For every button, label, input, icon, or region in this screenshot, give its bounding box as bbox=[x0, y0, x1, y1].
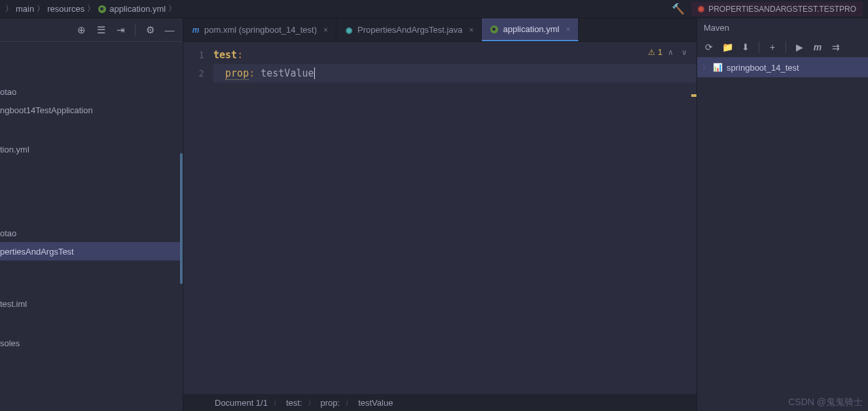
maven-module-icon: 📊 bbox=[713, 63, 723, 72]
close-icon[interactable]: × bbox=[323, 26, 328, 35]
project-tree: otao ngboot14TestApplication tion.yml ot… bbox=[0, 42, 183, 411]
text-cursor bbox=[314, 67, 315, 79]
top-right-controls: 🔨 PROPERTIESANDARGSTEST.TESTPRO bbox=[672, 2, 863, 16]
locate-icon[interactable]: ⊕ bbox=[73, 22, 89, 38]
tree-item[interactable]: soles bbox=[0, 334, 183, 352]
folder-icon[interactable]: 📁 bbox=[719, 39, 735, 55]
divider bbox=[759, 41, 759, 53]
run-config-label: PROPERTIESANDARGSTEST.TESTPRO bbox=[708, 5, 856, 14]
path-segment[interactable]: test: bbox=[286, 398, 302, 408]
tree-item[interactable]: test.iml bbox=[0, 295, 183, 313]
scrollbar[interactable] bbox=[180, 153, 183, 284]
chevron-icon: 〉 bbox=[168, 3, 176, 14]
breadcrumb-item[interactable]: application.yml bbox=[109, 4, 166, 14]
code-line-current: prop: testValue bbox=[213, 64, 696, 82]
editor-tabs: m pom.xml (springboot_14_test) × ◉ Prope… bbox=[183, 18, 696, 42]
tab-label: PropertiesAndArgsTest.java bbox=[357, 25, 462, 35]
project-sidebar: ⊕ ☰ ⇥ ⚙ — otao ngboot14TestApplication t… bbox=[0, 18, 183, 411]
chevron-icon: 〉 bbox=[273, 397, 281, 408]
chevron-icon: 〉 bbox=[87, 3, 95, 14]
add-icon[interactable]: + bbox=[765, 39, 780, 55]
path-segment[interactable]: testValue bbox=[358, 398, 393, 408]
tree-item-selected[interactable]: pertiesAndArgsTest bbox=[0, 242, 183, 260]
maven-panel-title: Maven bbox=[697, 18, 868, 37]
document-position: Document 1/1 bbox=[215, 398, 268, 408]
run-config-selector[interactable]: PROPERTIESANDARGSTEST.TESTPRO bbox=[691, 2, 863, 16]
tree-item[interactable]: ngboot14TestApplication bbox=[0, 101, 183, 119]
chevron-icon: 〉 bbox=[308, 397, 316, 408]
expand-icon[interactable]: 〉 bbox=[702, 63, 709, 72]
yml-icon bbox=[490, 25, 499, 34]
chevron-icon: 〉 bbox=[37, 3, 45, 14]
divider bbox=[135, 24, 136, 36]
line-number: 1 bbox=[183, 46, 213, 64]
skip-icon[interactable]: ⇉ bbox=[828, 39, 844, 55]
test-config-icon bbox=[698, 6, 704, 12]
main-container: ⊕ ☰ ⇥ ⚙ — otao ngboot14TestApplication t… bbox=[0, 18, 868, 411]
refresh-icon[interactable]: ⟳ bbox=[701, 39, 717, 55]
status-bar: Document 1/1 〉 test: 〉 prop: 〉 testValue bbox=[183, 394, 696, 411]
breadcrumb-item[interactable]: main bbox=[16, 4, 34, 14]
maven-toolbar: ⟳ 📁 ⬇ + ▶ m ⇉ bbox=[697, 37, 868, 58]
inspection-widget[interactable]: ⚠ 1 ∧ ∨ bbox=[645, 46, 693, 58]
prev-highlight-icon[interactable]: ∧ bbox=[665, 48, 676, 57]
tab-label: application.yml bbox=[503, 24, 559, 34]
editor-area: m pom.xml (springboot_14_test) × ◉ Prope… bbox=[183, 18, 696, 411]
sidebar-toolbar: ⊕ ☰ ⇥ ⚙ — bbox=[0, 18, 183, 42]
breadcrumb-item[interactable]: resources bbox=[47, 4, 84, 14]
top-bar: 〉 main 〉 resources 〉 application.yml 〉 🔨… bbox=[0, 0, 868, 18]
warning-count: 1 bbox=[658, 47, 662, 57]
breadcrumb: 〉 main 〉 resources 〉 application.yml 〉 bbox=[5, 3, 672, 14]
play-icon[interactable]: ▶ bbox=[791, 39, 807, 55]
code-line: test: bbox=[213, 46, 696, 64]
minimize-icon[interactable]: — bbox=[162, 22, 177, 38]
build-icon[interactable]: 🔨 bbox=[672, 3, 685, 15]
tree-item[interactable]: otao bbox=[0, 224, 183, 242]
java-icon: ◉ bbox=[344, 26, 353, 35]
tab-pom[interactable]: m pom.xml (springboot_14_test) × bbox=[183, 18, 336, 41]
maven-project-item[interactable]: 〉 📊 springboot_14_test bbox=[697, 58, 868, 77]
tree-item[interactable]: otao bbox=[0, 82, 183, 101]
expand-icon[interactable]: ☰ bbox=[93, 22, 109, 38]
line-gutter: 1 2 bbox=[183, 42, 213, 394]
chevron-icon: 〉 bbox=[345, 397, 353, 408]
code-content[interactable]: test: prop: testValue bbox=[213, 42, 696, 394]
maven-icon: m bbox=[191, 26, 200, 35]
collapse-icon[interactable]: ⇥ bbox=[113, 22, 128, 38]
next-highlight-icon[interactable]: ∨ bbox=[679, 48, 690, 57]
chevron-icon: 〉 bbox=[5, 3, 13, 14]
tab-yml[interactable]: application.yml × bbox=[482, 18, 579, 41]
maven-icon[interactable]: m bbox=[810, 39, 825, 55]
tab-label: pom.xml (springboot_14_test) bbox=[204, 25, 317, 35]
tree-item[interactable]: tion.yml bbox=[0, 140, 183, 158]
warning-stripe[interactable] bbox=[691, 94, 696, 97]
gear-icon[interactable]: ⚙ bbox=[142, 22, 158, 38]
warning-icon: ⚠ bbox=[648, 48, 655, 57]
close-icon[interactable]: × bbox=[469, 26, 473, 35]
download-icon[interactable]: ⬇ bbox=[738, 39, 753, 55]
maven-project-label: springboot_14_test bbox=[727, 63, 799, 73]
tab-java[interactable]: ◉ PropertiesAndArgsTest.java × bbox=[336, 18, 482, 41]
line-number: 2 bbox=[183, 64, 213, 82]
yml-icon bbox=[98, 5, 107, 14]
editor-body[interactable]: 1 2 ⊖ 🔒 test: prop: testValue ⚠ 1 ∧ ∨ bbox=[183, 42, 696, 394]
warning-badge[interactable]: ⚠ 1 bbox=[648, 47, 662, 57]
maven-panel: Maven ⟳ 📁 ⬇ + ▶ m ⇉ 〉 📊 springboot_14_te… bbox=[696, 18, 868, 411]
divider bbox=[786, 41, 786, 53]
close-icon[interactable]: × bbox=[566, 25, 570, 34]
path-segment[interactable]: prop: bbox=[321, 398, 340, 408]
